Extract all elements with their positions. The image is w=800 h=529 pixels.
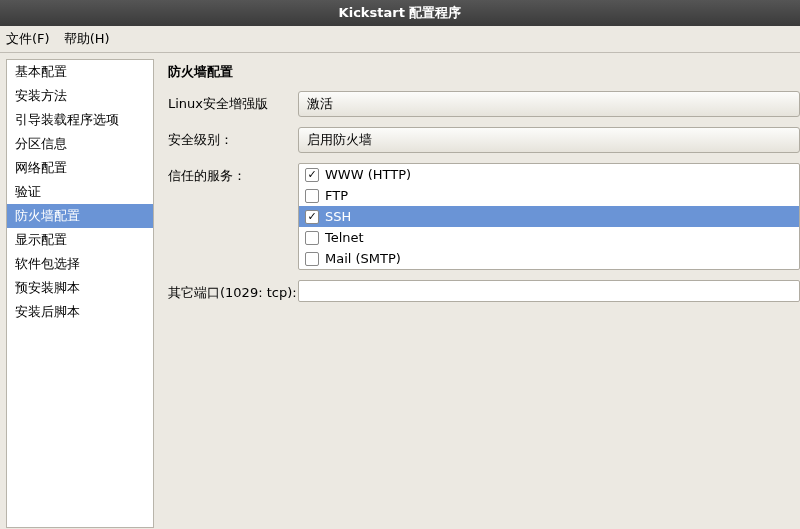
sidebar-item-label: 验证 (15, 184, 41, 199)
service-row-3[interactable]: Telnet (299, 227, 799, 248)
selinux-value: 激活 (307, 96, 333, 111)
window-titlebar: Kickstart 配置程序 (0, 0, 800, 26)
sidebar-item-label: 安装后脚本 (15, 304, 80, 319)
sidebar: 基本配置安装方法引导装载程序选项分区信息网络配置验证防火墙配置显示配置软件包选择… (6, 59, 154, 528)
service-label: FTP (325, 188, 348, 203)
window-title: Kickstart 配置程序 (339, 5, 462, 20)
sidebar-item-label: 防火墙配置 (15, 208, 80, 223)
service-row-2[interactable]: ✓SSH (299, 206, 799, 227)
sidebar-item-0[interactable]: 基本配置 (7, 60, 153, 84)
other-ports-control (298, 280, 800, 302)
service-row-1[interactable]: FTP (299, 185, 799, 206)
sidebar-item-2[interactable]: 引导装载程序选项 (7, 108, 153, 132)
sidebar-item-label: 软件包选择 (15, 256, 80, 271)
sidebar-item-label: 显示配置 (15, 232, 67, 247)
sidebar-item-7[interactable]: 显示配置 (7, 228, 153, 252)
sidebar-item-6[interactable]: 防火墙配置 (7, 204, 153, 228)
checkbox-icon[interactable] (305, 189, 319, 203)
trusted-services-label: 信任的服务： (168, 163, 298, 185)
service-label: SSH (325, 209, 351, 224)
sidebar-item-label: 引导装载程序选项 (15, 112, 119, 127)
security-level-label: 安全级别： (168, 127, 298, 149)
menu-help[interactable]: 帮助(H) (64, 30, 110, 48)
sidebar-item-3[interactable]: 分区信息 (7, 132, 153, 156)
sidebar-item-1[interactable]: 安装方法 (7, 84, 153, 108)
selinux-dropdown[interactable]: 激活 (298, 91, 800, 117)
row-selinux: Linux安全增强版 激活 (168, 91, 800, 117)
row-trusted-services: 信任的服务： ✓WWW (HTTP)FTP✓SSHTelnetMail (SMT… (168, 163, 800, 270)
sidebar-item-9[interactable]: 预安装脚本 (7, 276, 153, 300)
selinux-label: Linux安全增强版 (168, 91, 298, 113)
main-area: 基本配置安装方法引导装载程序选项分区信息网络配置验证防火墙配置显示配置软件包选择… (0, 53, 800, 529)
sidebar-item-label: 基本配置 (15, 64, 67, 79)
checkbox-icon[interactable] (305, 252, 319, 266)
trusted-services-list: ✓WWW (HTTP)FTP✓SSHTelnetMail (SMTP) (298, 163, 800, 270)
checkbox-icon[interactable] (305, 231, 319, 245)
selinux-control: 激活 (298, 91, 800, 117)
other-ports-label: 其它端口(1029: tcp): (168, 280, 298, 302)
checkbox-icon[interactable]: ✓ (305, 210, 319, 224)
content-title: 防火墙配置 (168, 63, 800, 81)
row-security-level: 安全级别： 启用防火墙 (168, 127, 800, 153)
service-row-4[interactable]: Mail (SMTP) (299, 248, 799, 269)
content-panel: 防火墙配置 Linux安全增强版 激活 安全级别： 启用防火墙 信任的服务： ✓… (154, 53, 800, 529)
sidebar-item-4[interactable]: 网络配置 (7, 156, 153, 180)
row-other-ports: 其它端口(1029: tcp): (168, 280, 800, 302)
sidebar-item-5[interactable]: 验证 (7, 180, 153, 204)
sidebar-item-label: 分区信息 (15, 136, 67, 151)
security-level-control: 启用防火墙 (298, 127, 800, 153)
sidebar-item-label: 安装方法 (15, 88, 67, 103)
checkbox-icon[interactable]: ✓ (305, 168, 319, 182)
menubar: 文件(F) 帮助(H) (0, 26, 800, 53)
service-label: Mail (SMTP) (325, 251, 401, 266)
sidebar-item-label: 网络配置 (15, 160, 67, 175)
other-ports-input[interactable] (298, 280, 800, 302)
security-level-dropdown[interactable]: 启用防火墙 (298, 127, 800, 153)
service-label: WWW (HTTP) (325, 167, 411, 182)
service-row-0[interactable]: ✓WWW (HTTP) (299, 164, 799, 185)
sidebar-item-8[interactable]: 软件包选择 (7, 252, 153, 276)
sidebar-item-label: 预安装脚本 (15, 280, 80, 295)
sidebar-item-10[interactable]: 安装后脚本 (7, 300, 153, 324)
trusted-services-control: ✓WWW (HTTP)FTP✓SSHTelnetMail (SMTP) (298, 163, 800, 270)
security-level-value: 启用防火墙 (307, 132, 372, 147)
service-label: Telnet (325, 230, 364, 245)
menu-file[interactable]: 文件(F) (6, 30, 50, 48)
